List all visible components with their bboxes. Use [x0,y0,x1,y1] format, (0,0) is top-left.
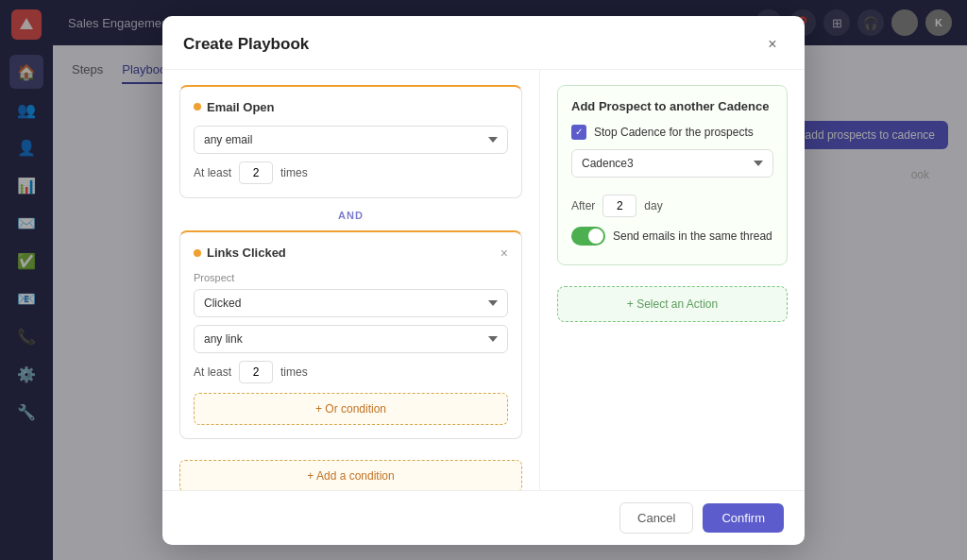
links-clicked-label: Links Clicked [207,246,286,260]
modal-header: Create Playbook × [162,16,805,70]
same-thread-row: Send emails in the same thread [571,227,773,246]
after-row: After day [571,195,773,217]
or-condition-button[interactable]: + Or condition [194,393,508,425]
links-clicked-title: Links Clicked [194,246,286,260]
cancel-button[interactable]: Cancel [619,502,693,534]
modal-title: Create Playbook [183,35,309,54]
select-action-button[interactable]: + Select an Action [557,286,788,322]
email-open-times-input[interactable] [239,161,273,184]
links-clicked-card: Links Clicked × Prospect Clicked Not Cli… [179,230,522,439]
modal-overlay: Create Playbook × Email Open [0,0,967,560]
left-panel: Email Open any email specific email At l… [162,70,540,490]
confirm-button[interactable]: Confirm [703,503,784,533]
email-open-times-label: times [280,166,308,179]
links-at-least-label: At least [194,365,231,379]
link-select[interactable]: any link specific link [194,325,508,353]
prospect-select[interactable]: Clicked Not Clicked [194,289,508,317]
modal-footer: Cancel Confirm [162,490,805,545]
action-card-title: Add Prospect to another Cadence [571,99,773,113]
links-times-input[interactable] [239,361,273,383]
email-open-header: Email Open [194,100,508,114]
email-open-at-least-label: At least [194,166,231,179]
after-input[interactable] [602,195,636,217]
links-clicked-dot [194,249,201,257]
right-panel: Add Prospect to another Cadence ✓ Stop C… [540,70,805,490]
prospect-label: Prospect [194,272,508,283]
and-divider: AND [179,210,522,221]
day-label: day [644,199,662,212]
same-thread-toggle[interactable] [571,227,605,246]
add-prospect-action-card: Add Prospect to another Cadence ✓ Stop C… [557,85,788,265]
add-condition-button[interactable]: + Add a condition [179,460,522,490]
links-at-least-row: At least times [194,361,508,383]
email-open-select[interactable]: any email specific email [194,126,508,154]
cadence-select[interactable]: Cadence1 Cadence2 Cadence3 [571,149,773,178]
links-clicked-close-button[interactable]: × [500,246,508,261]
email-open-dot [194,103,201,110]
email-open-label: Email Open [207,100,275,114]
same-thread-label: Send emails in the same thread [613,229,772,243]
stop-cadence-label: Stop Cadence for the prospects [594,126,754,139]
stop-cadence-row: ✓ Stop Cadence for the prospects [571,125,773,140]
links-times-label: times [280,365,308,379]
email-open-title: Email Open [194,100,275,114]
modal-body: Email Open any email specific email At l… [162,70,805,490]
stop-cadence-checkbox[interactable]: ✓ [571,125,586,140]
links-clicked-header: Links Clicked × [194,246,508,261]
email-open-card: Email Open any email specific email At l… [179,85,522,198]
app-shell: 🏠 👥 👤 📊 ✉️ ✅ 📧 📞 ⚙️ 🔧 Sales Engagement 🔔… [0,0,967,560]
email-open-at-least-row: At least times [194,161,508,184]
after-label: After [571,199,595,212]
modal-close-button[interactable]: × [761,33,784,56]
create-playbook-modal: Create Playbook × Email Open [162,16,805,545]
